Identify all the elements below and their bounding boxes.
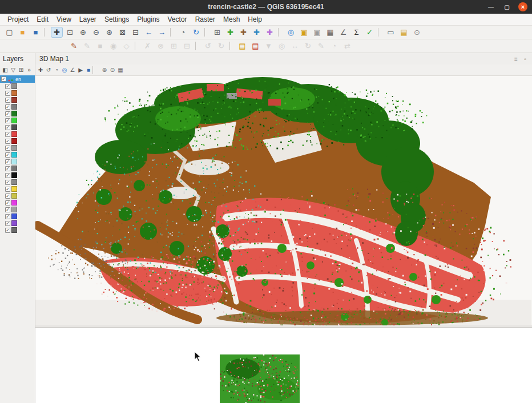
layer-class-row[interactable]: ✓ (0, 151, 35, 158)
layer-class-row[interactable]: ✓ (0, 206, 35, 213)
close-button[interactable]: × (518, 2, 527, 11)
layer-class-row[interactable]: ✓ (0, 110, 35, 117)
open-attribute-table-icon[interactable]: ▦ (324, 27, 336, 38)
layer-class-row[interactable]: ✓ (0, 213, 35, 220)
save-project-icon[interactable]: ■ (30, 27, 42, 38)
layer-class-row[interactable]: ✓ (0, 144, 35, 151)
panel-menu-icon[interactable]: ≡ (513, 55, 519, 62)
refresh-map-icon[interactable]: ↻ (190, 27, 202, 38)
zoom-last-icon[interactable]: ← (143, 27, 155, 38)
temporal-controller-icon[interactable]: ◔ (177, 27, 189, 38)
menu-edit[interactable]: Edit (33, 15, 53, 24)
layer-class-checkbox[interactable]: ✓ (5, 221, 10, 226)
check-geometries-icon[interactable]: ✓ (364, 27, 376, 38)
identify-features-icon[interactable]: ◎ (285, 27, 297, 38)
layer-class-checkbox[interactable]: ✓ (5, 207, 10, 212)
open-project-icon[interactable]: ■ (17, 27, 29, 38)
layer-class-row[interactable]: ✓ (0, 103, 35, 110)
measure-line-icon[interactable]: ∠ (337, 27, 349, 38)
maximize-button[interactable]: ▢ (502, 2, 511, 11)
search-settings-icon[interactable]: ⊙ (411, 27, 423, 38)
camera-rotate-icon[interactable]: ↺ (45, 66, 53, 74)
add-point-cloud-layer-icon[interactable]: ✚ (264, 27, 276, 38)
highlight-labels-icon[interactable]: ◎ (276, 41, 288, 51)
layer-class-checkbox[interactable]: ✓ (5, 84, 10, 89)
animation-icon[interactable]: ◔ (53, 66, 61, 74)
delete-selected-icon[interactable]: ✗ (142, 41, 154, 51)
layer-class-checkbox[interactable]: ✓ (5, 118, 10, 123)
zoom-out-icon[interactable]: ⊖ (90, 27, 102, 38)
pan-map-icon[interactable]: ✚ (51, 27, 63, 38)
layer-class-checkbox[interactable]: ✓ (5, 187, 10, 192)
menu-mesh[interactable]: Mesh (219, 15, 244, 24)
menu-project[interactable]: Project (3, 15, 33, 24)
layer-class-row[interactable]: ✓ (0, 83, 35, 90)
menu-view[interactable]: View (53, 15, 75, 24)
layer-class-row[interactable]: ✓ (0, 138, 35, 144)
layer-labeling-icon[interactable]: ▤ (236, 41, 248, 51)
camera-pan-icon[interactable]: ✚ (37, 66, 45, 74)
layer-class-checkbox[interactable]: ✓ (5, 173, 10, 178)
overflow-chevron-icon[interactable]: » (25, 66, 33, 74)
menu-settings[interactable]: Settings (100, 15, 133, 24)
layer-class-row[interactable]: ✓ (0, 117, 35, 124)
layer-class-checkbox[interactable]: ✓ (5, 146, 10, 151)
map-tips-icon[interactable]: ▤ (398, 27, 410, 38)
layer-row-root[interactable]: ✓ en (0, 75, 35, 83)
layer-class-checkbox[interactable]: ✓ (5, 98, 10, 103)
minimize-button[interactable]: — (486, 2, 495, 11)
layer-class-checkbox[interactable]: ✓ (5, 200, 10, 205)
layer-class-checkbox[interactable]: ✓ (5, 228, 10, 233)
zoom-full-icon[interactable]: ⊛ (103, 27, 115, 38)
play-animation-icon[interactable]: ▶ (76, 66, 84, 74)
filter-legend-icon[interactable]: ▽ (9, 66, 17, 74)
scene-effects-icon[interactable]: ⊛ (100, 66, 108, 74)
layer-class-row[interactable]: ✓ (0, 227, 35, 233)
rotate-label-icon[interactable]: ↻ (302, 41, 314, 51)
add-mesh-layer-icon[interactable]: ✚ (251, 27, 263, 38)
layer-class-checkbox[interactable]: ✓ (5, 132, 10, 137)
layer-class-row[interactable]: ✓ (0, 179, 35, 186)
expand-all-icon[interactable]: ⊞ (17, 66, 25, 74)
cut-features-icon[interactable]: ⊗ (155, 41, 167, 51)
layer-class-checkbox[interactable]: ✓ (5, 139, 10, 144)
layer-class-checkbox[interactable]: ✓ (5, 125, 10, 130)
zoom-to-layer-icon[interactable]: ⊟ (130, 27, 142, 38)
layer-class-checkbox[interactable]: ✓ (5, 104, 10, 110)
layer-labeling-rules-icon[interactable]: ▤ (249, 41, 261, 51)
layer-class-checkbox[interactable]: ✓ (5, 152, 10, 158)
layer-class-row[interactable]: ✓ (0, 124, 35, 131)
panel-float-icon[interactable]: ▫ (522, 55, 529, 62)
layer-class-row[interactable]: ✓ (0, 158, 35, 165)
vertex-tool-icon[interactable]: ◇ (120, 41, 132, 51)
layer-class-checkbox[interactable]: ✓ (5, 194, 10, 199)
select-features-icon[interactable]: ▣ (298, 27, 310, 38)
layer-class-checkbox[interactable]: ✓ (5, 111, 10, 116)
titlebar[interactable]: trencin-castle2 — QGIS 636195ec41 — ▢ × (0, 0, 532, 14)
add-raster-layer-icon[interactable]: ✚ (237, 27, 249, 38)
identify-3d-icon[interactable]: ◎ (61, 66, 68, 74)
measure-3d-icon[interactable]: ∠ (68, 66, 76, 74)
change-label-icon[interactable]: ✎ (315, 41, 327, 51)
toggle-editing-icon[interactable]: ✎ (81, 41, 93, 51)
layer-class-checkbox[interactable]: ✓ (5, 180, 10, 185)
layer-class-checkbox[interactable]: ✓ (5, 91, 10, 96)
layer-checkbox[interactable]: ✓ (1, 76, 6, 82)
zoom-to-selection-icon[interactable]: ⊠ (116, 27, 128, 38)
map-canvas-2d[interactable] (35, 327, 532, 403)
add-vector-layer-icon[interactable]: ✚ (224, 27, 236, 38)
redo-icon[interactable]: ↻ (215, 41, 227, 51)
paste-features-icon[interactable]: ⊟ (181, 41, 193, 51)
deselect-features-icon[interactable]: ▣ (311, 27, 323, 38)
save-3d-view-icon[interactable]: ■ (84, 66, 92, 74)
layer-class-row[interactable]: ✓ (0, 220, 35, 227)
data-source-manager-icon[interactable]: ⊞ (211, 27, 223, 38)
add-feature-icon[interactable]: ◉ (107, 41, 119, 51)
undo-icon[interactable]: ↺ (202, 41, 214, 51)
menu-raster[interactable]: Raster (191, 15, 219, 24)
scene-config-icon[interactable]: ⊙ (108, 66, 116, 74)
export-scene-icon[interactable]: ▦ (116, 66, 124, 74)
move-label-icon[interactable]: ↔ (289, 41, 301, 51)
pan-to-selection-icon[interactable]: ⊡ (64, 27, 76, 38)
zoom-next-icon[interactable]: → (156, 27, 168, 38)
